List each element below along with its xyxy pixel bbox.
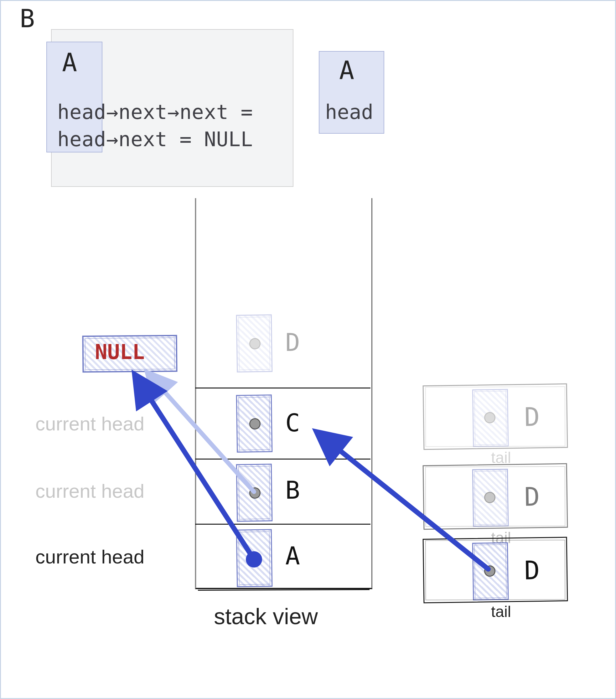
stack-letter-b: B xyxy=(285,476,300,504)
knot-icon xyxy=(484,492,495,503)
stack-ptr-d xyxy=(236,314,273,372)
knot-icon xyxy=(249,487,261,499)
stack-letter-d: D xyxy=(285,328,300,357)
tail-label-3: tail xyxy=(491,603,511,621)
stack-divider-c xyxy=(195,387,370,388)
tail-box-d-2: D xyxy=(423,463,568,530)
knot-icon xyxy=(484,565,495,577)
arrow-origin-dot-icon xyxy=(246,551,262,568)
stack-letter-c: C xyxy=(285,409,300,437)
tail-box-d-3: D xyxy=(423,537,568,603)
diagram-canvas: B A head→next→next = head→next = NULL A … xyxy=(0,0,616,699)
code-panel-title: B xyxy=(20,4,35,33)
tail-letter-d-2: D xyxy=(524,482,540,512)
tail-letter-d-3: D xyxy=(524,555,540,585)
current-head-label-c: current head xyxy=(35,412,144,435)
knot-icon xyxy=(249,338,261,350)
stack-letter-a: A xyxy=(285,542,300,570)
tail-box-d-1: D xyxy=(423,383,568,450)
stack-view-rail xyxy=(195,198,372,589)
code-line-2: head→next = NULL xyxy=(57,128,253,151)
stack-divider-a xyxy=(195,524,370,525)
knot-icon xyxy=(249,418,261,430)
stack-divider-b xyxy=(195,459,370,460)
tail-ptr-d-1 xyxy=(472,389,509,447)
code-head-right: head xyxy=(325,101,373,124)
current-head-label-b: current head xyxy=(35,480,144,502)
tail-ptr-d-3 xyxy=(472,542,509,601)
code-label-a-right: A xyxy=(339,56,354,85)
tail-letter-d-1: D xyxy=(524,402,540,432)
knot-icon xyxy=(484,412,495,423)
stack-ptr-b xyxy=(236,464,273,522)
stack-ptr-c xyxy=(236,394,273,453)
null-label: NULL xyxy=(95,340,145,364)
tail-ptr-d-2 xyxy=(472,469,509,527)
code-label-a-left: A xyxy=(62,48,77,77)
current-head-label-a: current head xyxy=(35,545,144,568)
stack-view-caption: stack view xyxy=(214,604,318,629)
code-line-1: head→next→next = xyxy=(57,101,253,124)
